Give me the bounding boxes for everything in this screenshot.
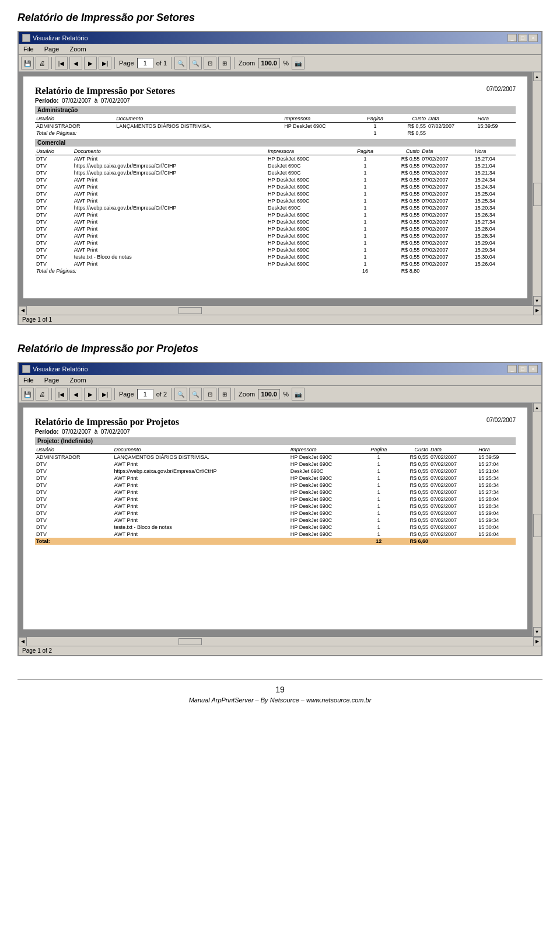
percent-label-1: % — [283, 60, 289, 67]
page-input-1[interactable] — [137, 58, 153, 68]
table-row: DTV AWT Print HP DeskJet 690C 1 R$ 0,55 … — [35, 503, 516, 510]
first-page-btn-1[interactable]: |◀ — [55, 57, 68, 69]
scroll-thumb-1[interactable] — [533, 183, 541, 206]
table-row: DTV AWT Print HP DeskJet 690C 1 R$ 0,55 … — [35, 176, 516, 183]
sep-2d — [234, 388, 235, 400]
scrollbar-h-track-1[interactable] — [27, 307, 533, 315]
menu-file-1[interactable]: File — [21, 45, 36, 53]
fit-page-btn-1[interactable]: ⊡ — [204, 57, 216, 69]
col-custo-proj: Custo — [394, 446, 429, 454]
zoom-input-2[interactable] — [258, 389, 280, 399]
save-btn-1[interactable]: 💾 — [21, 57, 34, 69]
minimize-btn-2[interactable]: _ — [508, 365, 517, 373]
scrollbar-h-1[interactable]: ◀ ▶ — [19, 305, 541, 315]
last-page-btn-2[interactable]: ▶| — [99, 388, 111, 401]
menu-zoom-1[interactable]: Zoom — [67, 45, 88, 53]
fit-width-btn-2[interactable]: ⊞ — [218, 388, 231, 401]
close-btn-1[interactable]: × — [528, 34, 538, 42]
report-page-2: 07/02/2007 Relatório de Impressão por Pr… — [23, 408, 527, 629]
table-row: ADMINISTRADOR LANÇAMENTOS DIÁRIOS DISTRI… — [35, 454, 516, 461]
total-pages-label-admin: Total de Páginas: — [35, 130, 359, 137]
next-page-btn-2[interactable]: ▶ — [84, 388, 97, 401]
sep-2c — [171, 388, 172, 400]
zoom-in-btn-1[interactable]: 🔍 — [174, 57, 187, 69]
menu-file-2[interactable]: File — [21, 376, 36, 384]
titlebar-icon-1 — [22, 34, 30, 42]
table-row: DTV AWT Print HP DeskJet 690C 1 R$ 0,55 … — [35, 190, 516, 197]
print-btn-1[interactable]: 🖨 — [36, 57, 48, 69]
camera-btn-1[interactable]: 📷 — [292, 57, 304, 69]
col-custo-com: Custo — [383, 148, 421, 155]
maximize-btn-1[interactable]: □ — [518, 34, 527, 42]
scrollbar-v-2[interactable]: ▲ ▼ — [532, 403, 541, 636]
fit-width-btn-1[interactable]: ⊞ — [218, 57, 231, 69]
col-usuario-proj: Usuário — [35, 446, 113, 454]
table-row: DTV AWT Print HP DeskJet 690C 1 R$ 0,55 … — [35, 197, 516, 204]
table-row: DTV AWT Print HP DeskJet 690C 1 R$ 0,55 … — [35, 475, 516, 482]
of-label-2: of 2 — [156, 391, 167, 398]
scrollbar-h-thumb-1[interactable] — [178, 307, 202, 314]
scroll-left-2[interactable]: ◀ — [19, 637, 27, 646]
scroll-left-1[interactable]: ◀ — [19, 306, 27, 315]
report-content-1: 07/02/2007 Relatório de Impressão por Se… — [19, 72, 532, 305]
scrollbar-v-1[interactable]: ▲ ▼ — [532, 72, 541, 305]
scroll-thumb-2[interactable] — [533, 514, 541, 537]
scroll-right-2[interactable]: ▶ — [533, 637, 541, 646]
section-header-proj: Projeto: (Indefinido) — [35, 437, 516, 445]
fit-page-btn-2[interactable]: ⊡ — [204, 388, 216, 401]
report-content-2: 07/02/2007 Relatório de Impressão por Pr… — [19, 403, 532, 636]
menu-page-1[interactable]: Page — [42, 45, 62, 53]
scroll-down-2[interactable]: ▼ — [533, 627, 541, 636]
of-label-1: of 1 — [156, 60, 167, 67]
zoom-out-btn-2[interactable]: 🔍 — [189, 388, 202, 401]
col-data-admin: Data — [427, 115, 477, 123]
maximize-btn-2[interactable]: □ — [518, 365, 527, 373]
report-window-2: Visualizar Relatório _ □ × File Page Zoo… — [18, 362, 542, 656]
total-row-proj: Total: 12 R$ 6,60 — [35, 538, 516, 545]
save-btn-2[interactable]: 💾 — [21, 388, 34, 401]
col-impressora-com: Impressora — [267, 148, 348, 155]
page-footer: 19 — [18, 680, 542, 694]
scrollbar-h-2[interactable]: ◀ ▶ — [19, 636, 541, 646]
scrollbar-h-track-2[interactable] — [27, 638, 533, 646]
total-row-comercial: Total de Páginas: 16 R$ 8,80 — [35, 267, 516, 274]
scroll-right-1[interactable]: ▶ — [533, 306, 541, 315]
zoom-out-btn-1[interactable]: 🔍 — [189, 57, 202, 69]
scroll-down-1[interactable]: ▼ — [533, 296, 541, 305]
prev-page-btn-2[interactable]: ◀ — [69, 388, 82, 401]
next-page-btn-1[interactable]: ▶ — [84, 57, 97, 69]
footer-text: Manual ArpPrintServer – By Netsource – w… — [18, 697, 542, 704]
scrollbar-h-thumb-2[interactable] — [178, 638, 202, 645]
menu-zoom-2[interactable]: Zoom — [67, 376, 88, 384]
camera-btn-2[interactable]: 📷 — [292, 388, 304, 401]
col-data-proj: Data — [429, 446, 477, 454]
col-hora-admin: Hora — [477, 115, 516, 123]
first-page-btn-2[interactable]: |◀ — [55, 388, 68, 401]
statusbar-1: Page 1 of 1 — [19, 315, 541, 324]
last-page-btn-1[interactable]: ▶| — [99, 57, 111, 69]
zoom-in-btn-2[interactable]: 🔍 — [174, 388, 187, 401]
print-btn-2[interactable]: 🖨 — [36, 388, 48, 401]
menu-page-2[interactable]: Page — [42, 376, 62, 384]
minimize-btn-1[interactable]: _ — [508, 34, 517, 42]
sep-1c — [171, 57, 172, 69]
col-usuario-admin: Usuário — [35, 115, 115, 123]
table-row: Total de Páginas: 1 R$ 0,55 — [35, 130, 516, 137]
table-row: DTV AWT Print HP DeskJet 690C 1 R$ 0,55 … — [35, 155, 516, 163]
window-controls-2: _ □ × — [508, 365, 538, 373]
col-usuario-com: Usuário — [35, 148, 73, 155]
titlebar-icon-2 — [22, 365, 30, 373]
toolbar-2: 💾 🖨 |◀ ◀ ▶ ▶| Page of 2 🔍 🔍 ⊡ ⊞ Zoom % 📷 — [19, 386, 541, 403]
table-row: DTV AWT Print HP DeskJet 690C 1 R$ 0,55 … — [35, 489, 516, 496]
prev-page-btn-1[interactable]: ◀ — [69, 57, 82, 69]
section-header-admin: Administração — [35, 106, 516, 114]
zoom-input-1[interactable] — [258, 58, 280, 68]
rpt-date-1: 07/02/2007 — [487, 86, 516, 92]
table-row: DTV AWT Print HP DeskJet 690C 1 R$ 0,55 … — [35, 246, 516, 253]
close-btn-2[interactable]: × — [528, 365, 538, 373]
page-input-2[interactable] — [137, 389, 153, 399]
scroll-up-2[interactable]: ▲ — [533, 403, 541, 412]
scroll-up-1[interactable]: ▲ — [533, 72, 541, 81]
admin-table: Usuário Documento Impressora Pagina Cust… — [35, 115, 516, 137]
section-title-1: Relatório de Impressão por Setores — [18, 12, 542, 24]
